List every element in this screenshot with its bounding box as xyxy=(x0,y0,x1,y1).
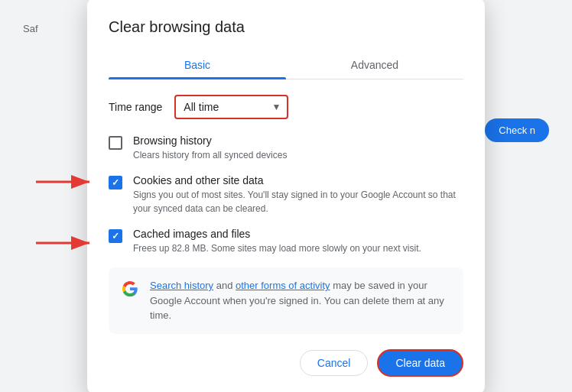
cached-checkbox[interactable] xyxy=(109,229,122,243)
cached-desc: Frees up 82.8 MB. Some sites may load mo… xyxy=(133,241,463,255)
tab-advanced[interactable]: Advanced xyxy=(286,51,463,79)
modal-footer: Cancel Clear data xyxy=(109,349,463,377)
cookies-desc: Signs you out of most sites. You'll stay… xyxy=(133,188,463,215)
modal-title: Clear browsing data xyxy=(109,18,463,36)
time-range-label: Time range xyxy=(109,101,162,113)
cookies-checkbox[interactable] xyxy=(109,176,122,190)
time-range-select-wrapper[interactable]: All time Last hour Last 24 hours Last 7 … xyxy=(174,95,288,119)
bg-content: Saf xyxy=(23,23,38,34)
info-box-text: Search history and other forms of activi… xyxy=(150,278,451,323)
google-g-icon xyxy=(121,280,139,298)
clear-data-button[interactable]: Clear data xyxy=(377,349,463,377)
tab-basic[interactable]: Basic xyxy=(109,51,286,79)
cached-title: Cached images and files xyxy=(133,228,463,240)
browsing-history-desc: Clears history from all synced devices xyxy=(133,148,463,162)
cookies-title: Cookies and other site data xyxy=(133,174,463,186)
google-info-box: Search history and other forms of activi… xyxy=(109,267,463,334)
search-history-link[interactable]: Search history xyxy=(150,280,213,291)
bg-safe-text: Saf xyxy=(23,23,38,34)
cached-item: Cached images and files Frees up 82.8 MB… xyxy=(109,228,463,255)
time-range-row: Time range All time Last hour Last 24 ho… xyxy=(109,95,463,119)
cancel-button[interactable]: Cancel xyxy=(300,350,369,376)
other-activity-link[interactable]: other forms of activity xyxy=(236,280,330,291)
browsing-history-item: Browsing history Clears history from all… xyxy=(109,134,463,162)
clear-browsing-data-dialog: Clear browsing data Basic Advanced Time … xyxy=(87,0,485,392)
info-and-text: and xyxy=(213,280,236,291)
select-arrow-icon: ▼ xyxy=(271,102,281,112)
bg-check-button[interactable]: Check n xyxy=(485,118,549,142)
time-range-select[interactable]: All time Last hour Last 24 hours Last 7 … xyxy=(184,101,264,113)
browsing-history-checkbox[interactable] xyxy=(109,136,122,150)
browsing-history-title: Browsing history xyxy=(133,134,463,147)
cookies-item: Cookies and other site data Signs you ou… xyxy=(109,174,463,215)
tabs-container: Basic Advanced xyxy=(109,51,463,79)
